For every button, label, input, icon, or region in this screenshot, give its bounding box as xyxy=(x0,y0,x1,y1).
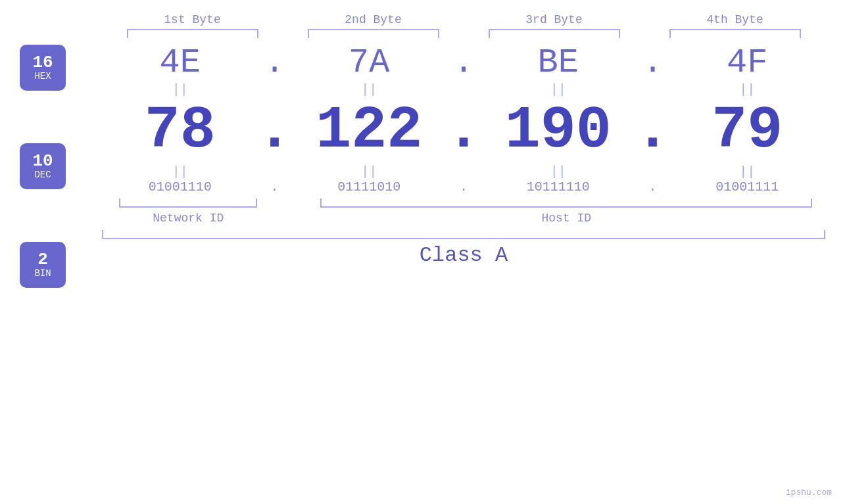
byte-label-4: 4th Byte xyxy=(669,13,801,26)
hex-dot-2: . xyxy=(447,43,480,82)
dec-dot-1: . xyxy=(258,97,291,164)
bin-byte-2: 01111010 xyxy=(291,179,448,195)
right-section: 4E . 7A . BE . 4F xyxy=(102,38,845,504)
byte-labels-row: 1st Byte 2nd Byte 3rd Byte 4th Byte xyxy=(0,0,845,26)
bin-byte-1: 01001110 xyxy=(102,179,258,195)
bottom-brackets xyxy=(102,198,825,208)
hex-badge-number: 16 xyxy=(32,54,53,71)
host-id-bracket xyxy=(320,198,812,208)
eq1-byte-2: || xyxy=(291,82,448,97)
equals-row-2: || || || || xyxy=(102,164,825,179)
eq2-byte-1: || xyxy=(102,164,258,179)
bin-byte-4: 01001111 xyxy=(669,179,826,195)
dec-dot-3: . xyxy=(637,97,669,164)
eq2-byte-3: || xyxy=(480,164,637,179)
bin-dot-3: . xyxy=(637,179,669,195)
eq1-byte-4: || xyxy=(669,82,826,97)
hex-row: 4E . 7A . BE . 4F xyxy=(102,43,825,82)
hex-badge-label: HEX xyxy=(34,71,51,81)
byte-label-2: 2nd Byte xyxy=(308,13,439,26)
hex-badge: 16 HEX xyxy=(20,45,66,91)
bin-dot-2: . xyxy=(447,179,480,195)
bracket-top-4 xyxy=(669,29,801,38)
main-container: 1st Byte 2nd Byte 3rd Byte 4th Byte 16 H… xyxy=(0,0,845,504)
eq2-byte-4: || xyxy=(669,164,826,179)
id-labels-row: Network ID Host ID xyxy=(102,212,825,225)
eq1-byte-1: || xyxy=(102,82,258,97)
bin-byte-3: 10111110 xyxy=(480,179,637,195)
badges-and-content: 16 HEX 10 DEC 2 BIN 4E . xyxy=(0,38,845,504)
top-brackets-row xyxy=(0,29,845,38)
class-a-label: Class A xyxy=(420,243,508,267)
dec-byte-2: 122 xyxy=(291,101,448,160)
network-id-bracket xyxy=(119,198,257,208)
bin-dot-1: . xyxy=(258,179,291,195)
dec-dot-2: . xyxy=(447,97,480,164)
dec-byte-3: 190 xyxy=(480,101,637,160)
bracket-top-2 xyxy=(308,29,439,38)
hex-byte-3: BE xyxy=(480,43,637,82)
class-bracket xyxy=(102,230,825,239)
bin-badge-number: 2 xyxy=(37,251,48,268)
byte-label-3: 3rd Byte xyxy=(489,13,620,26)
dec-badge-label: DEC xyxy=(34,170,51,180)
byte-label-1: 1st Byte xyxy=(127,13,258,26)
host-id-label: Host ID xyxy=(541,212,591,225)
bracket-top-1 xyxy=(127,29,258,38)
dec-badge: 10 DEC xyxy=(20,143,66,189)
network-id-label: Network ID xyxy=(153,212,224,225)
hex-byte-1: 4E xyxy=(102,43,258,82)
eq1-byte-3: || xyxy=(480,82,637,97)
badges-column: 16 HEX 10 DEC 2 BIN xyxy=(0,38,102,504)
hex-dot-3: . xyxy=(637,43,669,82)
dec-byte-1: 78 xyxy=(102,101,258,160)
bin-badge: 2 BIN xyxy=(20,242,66,288)
eq2-byte-2: || xyxy=(291,164,448,179)
bin-row: 01001110 . 01111010 . 10111110 . xyxy=(102,179,825,195)
watermark: ipshu.com xyxy=(786,488,832,497)
hex-byte-4: 4F xyxy=(669,43,826,82)
hex-dot-1: . xyxy=(258,43,291,82)
dec-byte-4: 79 xyxy=(669,101,826,160)
dec-row: 78 . 122 . 190 . 79 xyxy=(102,97,825,164)
equals-row-1: || || || || xyxy=(102,82,825,97)
hex-byte-2: 7A xyxy=(291,43,448,82)
bracket-top-3 xyxy=(489,29,620,38)
bin-badge-label: BIN xyxy=(34,268,51,279)
dec-badge-number: 10 xyxy=(32,152,53,170)
